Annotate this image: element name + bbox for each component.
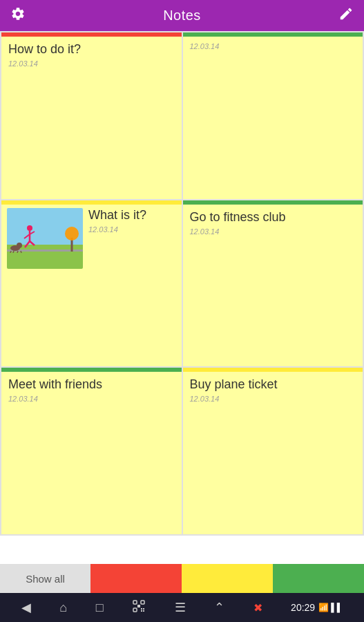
note-title-5: Meet with friends [8,377,175,392]
color-filter-green[interactable] [273,564,364,593]
svg-rect-15 [141,601,144,604]
svg-rect-16 [133,608,137,612]
svg-rect-14 [133,601,137,604]
note-title-4: Go to fitness club [190,210,356,225]
note-image-3 [7,208,83,269]
note-title-1: How to do it? [8,42,175,57]
menu-button[interactable]: ☰ [175,600,186,615]
color-filter [90,564,364,593]
svg-point-9 [17,243,22,248]
scan-button[interactable] [132,599,146,616]
svg-point-2 [27,225,32,231]
svg-line-7 [30,241,35,245]
notes-grid: How to do it? 12.03.14 12.03.14 [0,31,364,536]
back-button[interactable]: ◀ [21,600,31,615]
status-area: 20:29 📶 ▌▌ [291,602,343,613]
app-header: Notes [0,0,364,31]
svg-rect-19 [143,608,144,610]
note-title-6: Buy plane ticket [190,377,356,392]
svg-rect-20 [141,610,142,612]
close-icon[interactable]: ✖ [253,601,262,614]
svg-rect-18 [141,608,142,610]
header-title: Notes [163,8,201,23]
time-display: 20:29 [291,602,315,613]
show-all-button[interactable]: Show all [0,564,90,593]
color-filter-red[interactable] [90,564,182,593]
svg-line-10 [10,251,11,253]
system-nav-bar: ◀ ⌂ □ ☰ ⌃ ✖ 20:29 📶 ▌▌ [0,593,364,622]
note-card-4[interactable]: Go to fitness club 12.03.14 [183,200,363,367]
svg-line-11 [13,251,14,253]
svg-line-13 [21,251,21,253]
note-date-5: 12.03.14 [8,395,175,403]
svg-rect-21 [143,610,144,612]
wifi-icon: 📶 [318,603,329,612]
note-card-1[interactable]: How to do it? 12.03.14 [1,32,182,199]
status-icons: 📶 ▌▌ [318,603,343,612]
note-card-5[interactable]: Meet with friends 12.03.14 [1,368,182,534]
note-card-6[interactable]: Buy plane ticket 12.03.14 [183,368,363,534]
signal-icon: ▌▌ [331,603,343,612]
edit-icon[interactable] [338,6,354,25]
home-button[interactable]: ⌂ [59,601,67,615]
note-card-2[interactable]: 12.03.14 [183,32,363,199]
note-date-4: 12.03.14 [190,227,356,236]
svg-line-6 [25,241,30,247]
svg-rect-17 [137,605,140,607]
note-title-3: What is it? [88,208,146,223]
up-button[interactable]: ⌃ [214,600,224,615]
recents-button[interactable]: □ [96,601,104,615]
settings-icon[interactable] [10,6,26,25]
note-date-6: 12.03.14 [190,395,356,403]
note-date-2: 12.03.14 [190,42,356,50]
svg-point-1 [65,227,79,241]
color-filter-yellow[interactable] [182,564,273,593]
note-date-3: 12.03.14 [88,225,146,234]
svg-line-12 [17,251,18,253]
bottom-bar: Show all [0,564,364,593]
note-date-1: 12.03.14 [8,59,175,68]
note-card-3[interactable]: What is it? 12.03.14 [1,200,182,367]
